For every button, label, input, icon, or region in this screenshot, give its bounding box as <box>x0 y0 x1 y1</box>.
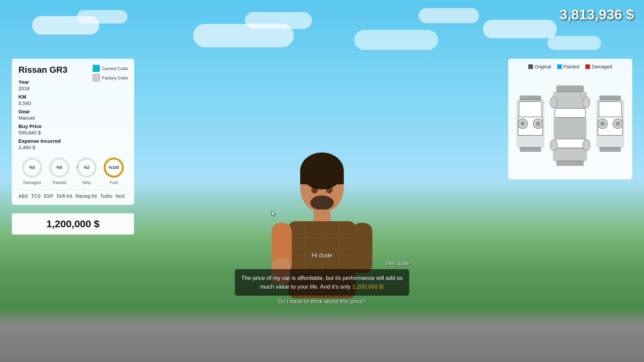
svg-point-25 <box>583 97 590 108</box>
svg-point-14 <box>521 122 525 126</box>
svg-rect-19 <box>555 108 585 117</box>
greeting-text: Hi dude <box>235 252 409 259</box>
feature-abs: ABS <box>18 193 28 199</box>
gauge-value-damaged: %0 <box>29 165 35 170</box>
feature-nos: NoS <box>116 193 125 199</box>
svg-rect-23 <box>556 161 584 166</box>
legend-dot-painted <box>557 64 562 69</box>
car-diagram <box>514 73 627 174</box>
svg-rect-43 <box>314 209 330 223</box>
svg-point-36 <box>615 122 620 126</box>
gauge-name-dirty: Dirty <box>83 180 91 185</box>
gauge-circle-damaged: %0 <box>21 156 44 179</box>
money-display: 3,813,936 $ <box>559 7 634 23</box>
factory-color-label: Factory Color <box>102 75 128 80</box>
gauge-circle-dirty: %2 <box>75 156 98 179</box>
legend-label-painted: Painted <box>564 64 579 69</box>
car-left-side-svg <box>514 77 547 171</box>
color-indicators: Current Color Factory Color <box>93 65 128 81</box>
factory-color-swatch <box>93 74 100 81</box>
feature-turbo: Turbo <box>100 193 112 199</box>
feature-esp: ESP <box>44 193 53 199</box>
svg-rect-22 <box>553 147 587 161</box>
sale-price-display[interactable]: 1,200,000 $ <box>12 213 134 235</box>
current-color-label: Current Color <box>102 66 128 71</box>
car-right-side-svg <box>593 77 627 171</box>
svg-point-34 <box>600 122 605 126</box>
speaker-text: Hey dude <box>235 260 409 266</box>
feature-tcs: TCS <box>31 193 41 199</box>
svg-point-24 <box>550 97 558 108</box>
current-color-row: Current Color <box>93 65 128 72</box>
dialog-question[interactable]: Do I have to think about this price? <box>235 298 409 305</box>
gauge-value-painted: %0 <box>56 165 62 170</box>
car-diagram-panel: Original Painted Damaged <box>508 59 632 179</box>
buy-price-label: Buy Price <box>18 123 127 129</box>
legend-original: Original <box>528 64 551 69</box>
gear-label: Gear <box>18 109 127 114</box>
diagram-legend: Original Painted Damaged <box>514 64 627 69</box>
svg-rect-30 <box>599 102 622 117</box>
svg-rect-10 <box>519 102 542 117</box>
legend-painted: Painted <box>557 64 579 69</box>
svg-point-41 <box>326 185 333 193</box>
svg-rect-21 <box>555 139 585 148</box>
svg-rect-18 <box>553 92 587 108</box>
legend-dot-original <box>528 64 533 69</box>
svg-rect-12 <box>520 147 541 152</box>
legend-label-original: Original <box>535 64 551 69</box>
gauge-circle-fuel: %100 <box>102 156 125 179</box>
svg-point-16 <box>536 122 540 126</box>
gauge-damaged: %0 Damaged <box>21 156 44 185</box>
gauge-fuel: %100 Fuel <box>102 156 125 185</box>
svg-point-27 <box>583 140 590 151</box>
expense-label: Expense Incurred <box>18 138 127 144</box>
gauge-painted: %0 Painted <box>48 156 71 185</box>
svg-point-26 <box>550 140 558 151</box>
svg-rect-29 <box>599 96 621 101</box>
features-row: ABSTCSESPDrift KitRacing KitTurboNoS <box>18 190 127 199</box>
km-value: 5,540 <box>18 100 127 106</box>
legend-dot-damaged <box>585 64 590 69</box>
km-label: KM <box>18 94 127 100</box>
gear-value: Manuel <box>18 115 127 121</box>
legend-damaged: Damaged <box>585 64 612 69</box>
gauges-row: %0 Damaged %0 Painted %2 Dirty <box>18 156 127 185</box>
gauge-value-dirty: %2 <box>84 165 89 170</box>
feature-drift kit: Drift Kit <box>57 193 72 199</box>
gauge-dirty: %2 Dirty <box>75 156 98 185</box>
svg-rect-39 <box>300 171 344 184</box>
dialog-bubble[interactable]: The price of my car is affordable, but i… <box>235 269 409 296</box>
cursor <box>271 210 278 217</box>
svg-point-42 <box>310 195 334 210</box>
factory-color-row: Factory Color <box>93 74 128 81</box>
dialog-price-highlight: 1,200,000 $! <box>352 284 384 290</box>
svg-rect-17 <box>556 85 584 92</box>
svg-point-40 <box>311 185 318 193</box>
gauge-value-fuel: %100 <box>109 165 119 170</box>
expense-value: 2,460 $ <box>18 144 127 150</box>
year-value: 2018 <box>18 85 127 91</box>
svg-rect-9 <box>520 96 541 101</box>
car-info-panel: Rissan GR3 Current Color Factory Color Y… <box>12 59 134 205</box>
buy-price-value: 599,840 $ <box>18 130 127 135</box>
svg-marker-55 <box>272 211 276 217</box>
legend-label-damaged: Damaged <box>592 64 612 69</box>
current-color-swatch <box>93 65 100 72</box>
car-top-view-svg <box>547 77 593 171</box>
gauge-name-damaged: Damaged <box>23 180 41 185</box>
character <box>255 144 389 345</box>
dialog-area: Hi dude Hey dude The price of my car is … <box>235 252 409 305</box>
gauge-name-painted: Painted <box>53 180 66 185</box>
gauge-name-fuel: Fuel <box>110 180 118 185</box>
svg-rect-20 <box>554 118 587 139</box>
svg-rect-32 <box>599 147 621 152</box>
feature-racing kit: Racing Kit <box>75 193 97 199</box>
gauge-circle-painted: %0 <box>48 156 71 179</box>
